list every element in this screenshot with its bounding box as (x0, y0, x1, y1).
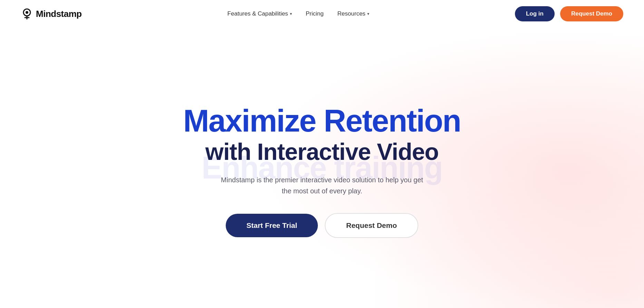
nav-resources[interactable]: Resources ▾ (338, 10, 369, 17)
nav-features[interactable]: Features & Capabilities ▾ (227, 10, 292, 17)
hero-section: Enhance training Maximize Retention with… (0, 28, 644, 308)
brand-name: Mindstamp (36, 9, 82, 19)
login-button[interactable]: Log in (515, 6, 555, 21)
navbar: Mindstamp Features & Capabilities ▾ Pric… (0, 0, 644, 28)
nav-links: Features & Capabilities ▾ Pricing Resour… (227, 10, 369, 17)
nav-actions: Log in Request Demo (515, 6, 623, 21)
request-demo-nav-button[interactable]: Request Demo (560, 6, 623, 21)
nav-resources-label: Resources (338, 10, 365, 17)
hero-content: Maximize Retention with Interactive Vide… (183, 105, 461, 238)
hero-buttons: Start Free Trial Request Demo (183, 213, 461, 238)
nav-features-label: Features & Capabilities (227, 10, 288, 17)
request-demo-hero-button[interactable]: Request Demo (325, 213, 418, 238)
chevron-down-icon-resources: ▾ (367, 11, 369, 16)
hero-title-sub: with Interactive Video (183, 139, 461, 165)
hero-description: Mindstamp is the premier interactive vid… (218, 174, 426, 196)
nav-pricing-label: Pricing (306, 10, 324, 17)
svg-point-1 (26, 11, 28, 14)
logo[interactable]: Mindstamp (21, 8, 82, 20)
chevron-down-icon: ▾ (290, 11, 292, 16)
mindstamp-logo-icon (21, 8, 33, 20)
nav-pricing[interactable]: Pricing (306, 10, 324, 17)
start-free-trial-button[interactable]: Start Free Trial (226, 214, 318, 237)
hero-title-main: Maximize Retention (183, 105, 461, 137)
